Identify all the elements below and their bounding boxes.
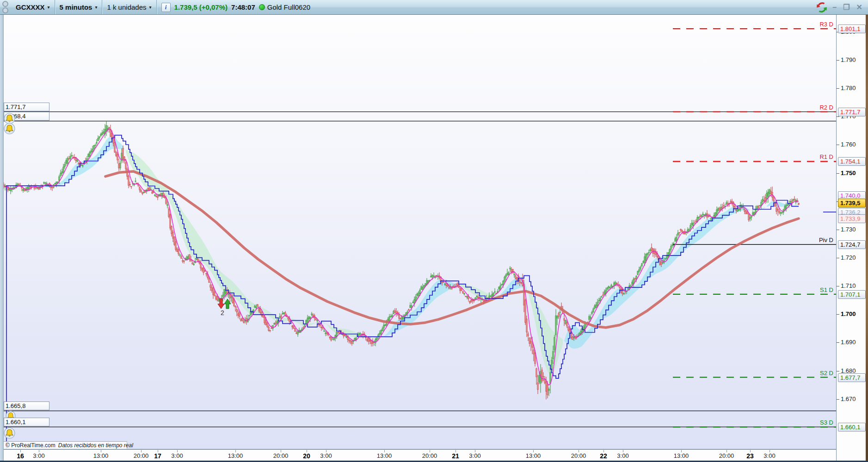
price-tick-label: 1.670 xyxy=(841,395,856,402)
units-label: 1 k unidades xyxy=(107,3,146,11)
price-tick-mark xyxy=(837,342,839,343)
alarm-price-label[interactable]: 1.665,8 xyxy=(4,401,49,410)
price-tick-mark xyxy=(837,116,839,117)
pivot-level-label: Piv D xyxy=(819,237,833,243)
price-tick-mark xyxy=(837,399,839,400)
chart-plot-area[interactable]: 2 © ProRealTime.comDatos recibidos en ti… xyxy=(4,15,836,450)
time-label: 3:00 xyxy=(320,452,332,459)
pivot-level-label: S1 D xyxy=(820,286,833,293)
price-tick-mark xyxy=(837,314,839,315)
price-tick-mark xyxy=(837,371,839,371)
axis-price-label: 1.707,1 xyxy=(838,290,866,299)
last-price-change: 1.739,5 (+0,07%) xyxy=(174,3,228,11)
price-tick-label: 1.760 xyxy=(841,141,856,148)
svg-text:2: 2 xyxy=(221,309,224,316)
price-tick-mark xyxy=(837,60,839,61)
pivot-level-label: R3 D xyxy=(819,21,833,28)
time-label: 13:00 xyxy=(674,452,689,459)
axis-price-label: 1.771,7 xyxy=(838,108,866,116)
pivot-level-label: R1 D xyxy=(819,153,833,160)
copyright-text: © ProRealTime.com xyxy=(6,442,55,449)
time-label: 13:00 xyxy=(93,452,109,459)
axis-price-label: 1.677,7 xyxy=(838,373,866,382)
price-tick-label: 1.730 xyxy=(841,226,856,233)
pivot-level-label: S3 D xyxy=(820,419,833,426)
time-label: 3:00 xyxy=(617,452,628,459)
restore-button[interactable]: ❐ xyxy=(843,3,850,12)
time-label: 20:00 xyxy=(422,452,437,459)
desktop-background-sliver xyxy=(866,15,868,462)
drag-handle-icon[interactable] xyxy=(2,1,8,13)
price-tick-mark xyxy=(837,173,839,174)
pivot-level-label: R2 D xyxy=(819,104,833,111)
price-tick-label: 1.710 xyxy=(841,282,856,289)
axis-price-label: 1.660,1 xyxy=(838,423,866,432)
toolbar-separator xyxy=(156,0,157,14)
chevron-down-icon: ▾ xyxy=(95,5,97,10)
date-label: 22 xyxy=(600,452,607,460)
close-button[interactable]: ✕ xyxy=(856,3,862,12)
time-label: 20:00 xyxy=(719,452,734,459)
last-price-label: 1.739,5 xyxy=(838,199,866,207)
axis-price-label: 1.801,1 xyxy=(838,24,866,33)
price-tick-mark xyxy=(837,258,839,258)
chevron-down-icon: ▾ xyxy=(48,5,50,10)
price-tick-label: 1.700 xyxy=(841,310,856,317)
time-label: 20:00 xyxy=(134,452,149,459)
timeframe-label: 5 minutos xyxy=(60,3,92,11)
info-icon[interactable]: i xyxy=(161,3,171,12)
date-label: 17 xyxy=(154,452,161,460)
price-tick-label: 1.750 xyxy=(841,170,856,176)
time-label: 3:00 xyxy=(33,452,44,459)
time-axis[interactable]: 163:0013:0020:00173:0013:0020:00203:0013… xyxy=(4,450,836,461)
time-label: 3:00 xyxy=(763,452,775,459)
minimize-button[interactable]: – xyxy=(832,3,837,12)
timeframe-dropdown[interactable]: 5 minutos ▾ xyxy=(55,0,102,14)
prorealtime-window: GCXXXX ▾ 5 minutos ▾ 1 k unidades ▾ i 1.… xyxy=(0,0,868,462)
date-label: 23 xyxy=(746,452,754,460)
chart-toolbar: GCXXXX ▾ 5 minutos ▾ 1 k unidades ▾ i 1.… xyxy=(0,0,868,15)
price-tick-mark xyxy=(837,230,839,230)
date-label: 20 xyxy=(303,452,310,460)
price-tick-label: 1.790 xyxy=(841,56,856,63)
date-label: 16 xyxy=(17,452,24,460)
time-label: 13:00 xyxy=(228,452,243,459)
time-label: 13:00 xyxy=(377,452,392,459)
alarm-price-label[interactable]: 1.660,1 xyxy=(4,418,49,426)
time-label: 13:00 xyxy=(526,452,541,459)
candlestick-chart: 2 xyxy=(4,15,836,450)
price-tick-mark xyxy=(837,88,839,89)
time-label: 3:00 xyxy=(171,452,183,459)
chevron-down-icon: ▾ xyxy=(149,5,152,10)
feed-status-dot-icon xyxy=(259,4,265,10)
date-label: 21 xyxy=(452,452,459,460)
alarm-price-label[interactable]: 1.771,7 xyxy=(4,103,49,111)
price-tick-label: 1.690 xyxy=(841,339,856,346)
window-left-edge xyxy=(0,15,4,462)
copyright-bar: © ProRealTime.comDatos recibidos en tiem… xyxy=(4,441,127,449)
time-label: 20:00 xyxy=(571,452,586,459)
instrument-label: GCXXXX xyxy=(16,3,45,11)
price-tick-mark xyxy=(837,286,839,286)
price-tick-mark xyxy=(837,145,839,145)
clock-time: 7:48:07 xyxy=(231,3,255,11)
refresh-icon[interactable] xyxy=(816,2,827,13)
price-tick-label: 1.720 xyxy=(841,254,856,261)
time-label: 20:00 xyxy=(273,452,289,459)
units-dropdown[interactable]: 1 k unidades ▾ xyxy=(102,0,156,14)
time-label: 3:00 xyxy=(469,452,480,459)
pivot-level-label: S2 D xyxy=(820,370,833,377)
axis-price-label: 1.733,9 xyxy=(838,214,866,223)
axis-price-label: 1.754,1 xyxy=(838,157,866,166)
price-tick-label: 1.780 xyxy=(841,85,856,91)
instrument-dropdown[interactable]: GCXXXX ▾ xyxy=(11,0,55,14)
axis-price-label: 1.724,7 xyxy=(838,240,866,249)
price-axis[interactable]: 1.8001.7901.7801.7701.7601.7501.7401.730… xyxy=(836,15,866,462)
feed-status-text: Datos recibidos en tiempo real xyxy=(58,442,133,449)
feed-name: Gold Full0620 xyxy=(267,3,310,11)
